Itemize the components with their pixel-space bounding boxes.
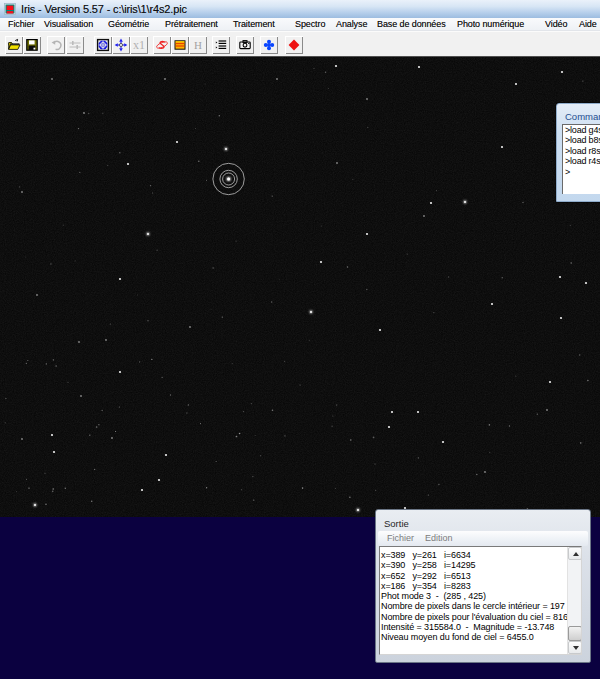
svg-text:H: H — [194, 39, 202, 51]
svg-text:x1: x1 — [133, 38, 145, 52]
